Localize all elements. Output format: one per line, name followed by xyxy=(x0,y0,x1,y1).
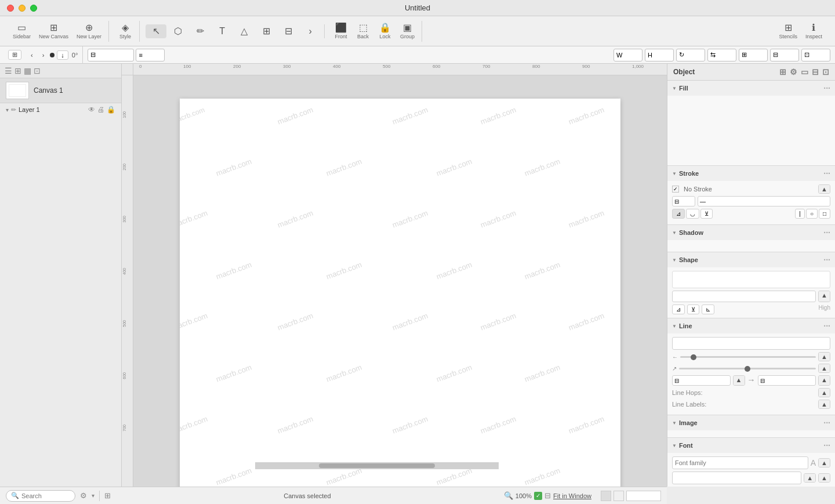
shape-style-2[interactable]: ⊻ xyxy=(687,304,699,314)
more-tools-button[interactable]: › xyxy=(300,24,321,38)
shape-section-header[interactable]: ▼ Shape ··· xyxy=(667,252,835,267)
stroke-type-bevel[interactable]: ⊻ xyxy=(700,209,713,219)
group-button[interactable]: ▣ Group xyxy=(397,21,418,42)
line-from-stepper[interactable]: ▲ xyxy=(733,375,745,386)
style-button[interactable]: ◈ Style xyxy=(115,21,136,42)
shadow-section-header[interactable]: ▼ Shadow ··· xyxy=(667,225,835,240)
panel-settings-icon[interactable]: ⚙ xyxy=(790,67,797,77)
line-slider2[interactable] xyxy=(679,368,816,369)
font-sp-up[interactable]: ▲ xyxy=(819,474,830,482)
stroke-decrease-icon[interactable]: ▲ xyxy=(819,185,830,193)
object-distribute[interactable]: ⊟ xyxy=(770,49,799,61)
shape-stepper-up[interactable]: ▲ xyxy=(819,291,830,302)
layer-lock-icon[interactable]: 🔒 xyxy=(107,106,115,114)
line-hops-up[interactable]: ▲ xyxy=(819,389,830,397)
stroke-section-header[interactable]: ▼ Stroke ··· xyxy=(667,166,835,181)
sidebar-button[interactable]: ▭ Sidebar xyxy=(9,21,34,42)
shape-stepper[interactable]: ▲ xyxy=(818,291,830,302)
line-hops-stepper[interactable]: ▲ xyxy=(818,388,830,397)
search-box[interactable]: 🔍 xyxy=(6,490,75,502)
shapes-tool-button[interactable]: △ xyxy=(234,24,255,38)
stroke-size-stepper[interactable]: ▲ xyxy=(818,184,830,194)
zoom-check-box[interactable]: ✓ xyxy=(534,492,542,500)
stroke-type-round[interactable]: ◡ xyxy=(686,209,699,219)
stroke-cap-square[interactable]: □ xyxy=(819,209,830,219)
fit-in-window-link[interactable]: Fit in Window xyxy=(553,492,591,499)
line-to-stepper[interactable]: ▲ xyxy=(818,375,830,386)
scrollbar-thumb[interactable] xyxy=(319,463,435,468)
font-menu-icon[interactable]: ··· xyxy=(823,441,830,450)
stroke-type-miter[interactable]: ⊿ xyxy=(672,209,685,219)
minimize-button[interactable] xyxy=(19,5,26,12)
stencils-button[interactable]: ⊞ Stencils xyxy=(775,21,801,42)
line-section-header[interactable]: ▼ Line ··· xyxy=(667,318,835,333)
nav-prev-button[interactable]: ‹ xyxy=(27,50,37,60)
line-to-up[interactable]: ▲ xyxy=(819,376,830,385)
select-tool-button[interactable]: ↖ xyxy=(146,24,166,38)
stroke-dash-select[interactable]: — xyxy=(698,196,830,206)
object-size-h[interactable]: H xyxy=(645,49,674,61)
zoom-out-icon[interactable]: 🔍 xyxy=(504,491,513,500)
panel-expand-icon[interactable]: ⊡ xyxy=(822,67,829,77)
crop-tool-button[interactable]: ⊞ xyxy=(256,24,277,38)
object-extra[interactable]: ⊡ xyxy=(801,49,830,61)
view-mode-select[interactable]: ⊞ xyxy=(8,50,21,60)
stroke-cap-butt[interactable]: | xyxy=(795,209,805,219)
font-spacing-stepper[interactable]: ▲ xyxy=(818,473,830,483)
front-button[interactable]: ⬛ Front xyxy=(331,21,351,42)
object-align[interactable]: ⊞ xyxy=(739,49,768,61)
fill-section-header[interactable]: ▼ Fill ··· xyxy=(667,81,835,96)
close-button[interactable] xyxy=(7,5,14,12)
nodes-tool-button[interactable]: ⬡ xyxy=(168,24,188,38)
line-labels-up[interactable]: ▲ xyxy=(819,400,830,408)
image-section-header[interactable]: ▼ Image ··· xyxy=(667,415,835,430)
fill-menu-icon[interactable]: ··· xyxy=(823,84,830,93)
line-slider2-stepper[interactable]: ▲ xyxy=(818,364,830,373)
line-labels-stepper[interactable]: ▲ xyxy=(818,400,830,409)
text-tool-button[interactable]: T xyxy=(212,24,233,38)
shape-style-1[interactable]: ⊿ xyxy=(672,304,685,314)
font-section-header[interactable]: ▼ Font ··· xyxy=(667,438,835,453)
stroke-align-select[interactable]: ⊟ xyxy=(672,196,695,206)
line-type-input[interactable] xyxy=(672,337,830,350)
settings-icon[interactable]: ⚙ xyxy=(80,491,87,500)
line-to-select[interactable]: ⊟ xyxy=(758,375,816,386)
no-stroke-checkbox[interactable]: ✓ xyxy=(672,186,679,193)
search-input[interactable] xyxy=(21,492,68,499)
panel-grid-icon[interactable]: ⊞ xyxy=(779,67,786,77)
image-menu-icon[interactable]: ··· xyxy=(823,418,830,427)
new-layer-button[interactable]: ⊕ New Layer xyxy=(73,21,105,42)
nav-next-button[interactable]: › xyxy=(39,50,48,60)
canvas-item[interactable]: Canvas 1 xyxy=(0,78,121,103)
line-slider1-stepper[interactable]: ▲ xyxy=(818,352,830,361)
canvas-position-select[interactable]: ↓ xyxy=(57,50,68,60)
grid-select[interactable]: ≡ xyxy=(136,49,165,61)
zoom-extra-icon[interactable]: ⊟ xyxy=(544,491,551,500)
layer-item[interactable]: ▾ ✏ Layer 1 👁 🖨 🔒 xyxy=(0,103,121,116)
arrange-tool-button[interactable]: ⊟ xyxy=(278,24,299,38)
maximize-button[interactable] xyxy=(30,5,37,12)
path-tool-button[interactable]: ✏ xyxy=(190,24,210,38)
view-mode-2[interactable] xyxy=(613,491,624,501)
layer-visibility-icon[interactable]: 👁 xyxy=(88,106,95,114)
panel-layout-icon[interactable]: ▭ xyxy=(801,67,808,77)
font-line-height-stepper[interactable]: ▲ xyxy=(804,473,816,483)
shape-menu-icon[interactable]: ··· xyxy=(823,255,830,264)
canvas-content[interactable]: macrb.com macrb.com macrb.com macrb.com … xyxy=(133,75,667,487)
font-style-input[interactable] xyxy=(672,472,801,484)
line-s1-up[interactable]: ▲ xyxy=(819,353,830,361)
inspect-button[interactable]: ℹ Inspect xyxy=(802,21,826,42)
shape-param1-input[interactable] xyxy=(672,291,816,302)
font-size-up[interactable]: ▲ xyxy=(819,459,830,467)
settings-down-icon[interactable]: ▾ xyxy=(92,492,95,499)
line-from-select[interactable]: ⊟ xyxy=(672,375,731,386)
line-slider1[interactable] xyxy=(680,356,816,358)
font-family-input[interactable] xyxy=(672,456,808,469)
object-rotation[interactable]: ↻ xyxy=(676,49,705,61)
shape-style-3[interactable]: ⊾ xyxy=(702,304,714,314)
object-flip[interactable]: ⇆ xyxy=(707,49,736,61)
stroke-menu-icon[interactable]: ··· xyxy=(823,169,830,178)
panel-more-icon[interactable]: ⊟ xyxy=(812,67,819,77)
line-s2-up[interactable]: ▲ xyxy=(819,364,830,372)
line-from-up[interactable]: ▲ xyxy=(734,376,745,385)
